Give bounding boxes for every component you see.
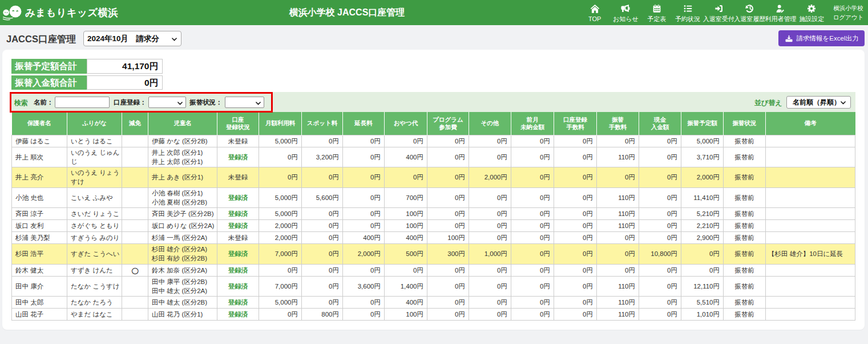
account-filter-select[interactable]: [148, 97, 186, 108]
cell-extension: 0円: [343, 135, 385, 147]
name-filter-input[interactable]: [55, 97, 110, 108]
column-header: プログラム 参加費: [427, 112, 469, 135]
cell-exempt: [122, 309, 148, 321]
cell-transfer-fee: 0円: [597, 135, 639, 147]
cell-account-status: 未登録: [217, 232, 259, 244]
cell-exempt: [122, 220, 148, 232]
nav-item-schedule[interactable]: 予定表: [641, 0, 672, 25]
cell-planned: 2,900円: [681, 232, 724, 244]
summary-label: 振替予定額合計: [11, 59, 87, 74]
excel-export-button[interactable]: 請求情報をExcel出力: [778, 30, 865, 46]
summary-row: 振替予定額合計 41,170円: [11, 59, 163, 74]
cell-monthly: 7,000円: [259, 244, 302, 265]
cell-account-status: 登録済: [217, 187, 259, 208]
nav-item-reservations[interactable]: 予約状況: [672, 0, 703, 25]
cell-monthly: 0円: [259, 167, 302, 188]
cell-program: 0円: [427, 147, 469, 167]
nav-item-news[interactable]: お知らせ: [610, 0, 641, 25]
cell-transfer-fee: 110円: [597, 297, 639, 309]
cell-cash: 0円: [639, 208, 681, 220]
cell-extension: 0円: [343, 309, 385, 321]
cell-guardian: 田中 太郎: [12, 297, 67, 309]
summary-row: 振替入金額合計 0円: [11, 75, 163, 90]
cell-prev-unpaid: 0円: [511, 244, 554, 265]
cell-program: 0円: [427, 135, 469, 147]
megaphone-icon: [620, 3, 631, 14]
cell-other: 0円: [469, 208, 511, 220]
logout-link[interactable]: ログアウト: [833, 13, 864, 22]
nav-item-entry-exit-history[interactable]: 入退室履歴: [734, 0, 765, 25]
facility-name: 横浜小学校: [833, 3, 863, 13]
cell-monthly: 7,000円: [259, 276, 302, 297]
cell-furigana: いとう はるこ: [67, 135, 122, 147]
cell-account-status: 未登録: [217, 167, 259, 188]
column-header: 振替予定額: [681, 112, 724, 135]
column-header: 振替 手数料: [597, 112, 639, 135]
cell-guardian: 伊藤 はるこ: [12, 135, 67, 147]
cell-status: 振替前: [724, 276, 766, 297]
user-edit-icon: [774, 3, 786, 14]
cell-reg-fee: 0円: [554, 276, 597, 297]
cell-cash: 0円: [639, 135, 681, 147]
column-header: 保護者名: [12, 112, 67, 135]
column-header: 減免: [122, 112, 148, 135]
cell-planned: 1,010円: [681, 309, 724, 321]
month-select[interactable]: 2024年10月 請求分: [83, 31, 181, 46]
cell-status: 振替前: [724, 244, 766, 265]
cell-cash: 0円: [639, 232, 681, 244]
cell-children: 小池 春樹 (区分1) 小池 夏樹 (区分2B): [148, 187, 217, 208]
nav-item-entry-exit-reception[interactable]: 入退室受付: [703, 0, 734, 25]
cell-status: 振替前: [724, 135, 766, 147]
cell-status: 振替前: [724, 167, 766, 188]
account-filter-label: 口座登録：: [114, 98, 147, 107]
sort-select[interactable]: 名前順（昇順）: [786, 96, 851, 109]
nav-item-label: お知らせ: [613, 15, 639, 23]
app-logo[interactable]: みまもりキッズ横浜: [3, 0, 118, 25]
nav-item-top[interactable]: TOP: [579, 0, 610, 25]
transfer-filter-select[interactable]: [225, 97, 264, 108]
cell-guardian: 杉浦 美乃梨: [12, 232, 67, 244]
cell-note: [766, 309, 855, 321]
cell-extension: 3,600円: [343, 276, 385, 297]
cell-spot: 3,200円: [302, 147, 343, 167]
cell-transfer-fee: 110円: [597, 276, 639, 297]
cell-cash: 0円: [639, 147, 681, 167]
nav-item-user-management[interactable]: 利用者管理: [765, 0, 796, 25]
sort-label: 並び替え: [754, 98, 782, 108]
chevron-down-icon: [841, 101, 846, 105]
cell-monthly: 2,000円: [259, 232, 302, 244]
nav-item-label: 予約状況: [675, 15, 700, 23]
cell-snack: 0円: [385, 264, 427, 276]
cell-snack: 500円: [385, 244, 427, 265]
nav-item-label: 予定表: [647, 15, 666, 23]
chevron-down-icon: [177, 102, 183, 105]
cell-prev-unpaid: 0円: [511, 276, 554, 297]
download-icon: [785, 34, 793, 43]
cell-note: [766, 187, 855, 208]
cell-account-status: 登録済: [217, 276, 259, 297]
nav-item-facility-settings[interactable]: 施設設定: [796, 0, 827, 25]
cell-extension: 0円: [343, 264, 385, 276]
cell-transfer-fee: 0円: [597, 244, 639, 265]
cell-guardian: 田中 康介: [12, 276, 67, 297]
cell-exempt: ○: [122, 264, 148, 276]
cell-prev-unpaid: 0円: [511, 208, 554, 220]
account-block: 横浜小学校 ログアウト: [829, 0, 868, 25]
name-filter-label: 名前：: [34, 98, 54, 107]
cell-account-status: 登録済: [217, 147, 259, 167]
content-card: 振替予定額合計 41,170円 振替入金額合計 0円 検索 名前： 口座登録： …: [2, 50, 865, 330]
cell-prev-unpaid: 0円: [511, 187, 554, 208]
summary-label: 振替入金額合計: [11, 75, 87, 90]
cell-transfer-fee: 0円: [597, 232, 639, 244]
cell-planned: 5,510円: [681, 297, 724, 309]
cell-reg-fee: 0円: [554, 187, 597, 208]
cell-furigana: すぎうら みのり: [67, 232, 122, 244]
table-row: 井上 順次いのうえ じゅん じ井上 次郎 (区分1) 井上 太郎 (区分1)登録…: [12, 147, 855, 167]
cell-note: 【杉田 雄介】10日に延長: [766, 244, 855, 265]
cell-furigana: いのうえ りょう すけ: [67, 167, 122, 188]
cell-note: [766, 220, 855, 232]
cell-cash: 0円: [639, 167, 681, 188]
cell-children: 斉田 美沙子 (区分2B): [148, 208, 217, 220]
cell-transfer-fee: 110円: [597, 147, 639, 167]
cell-extension: 0円: [343, 220, 385, 232]
